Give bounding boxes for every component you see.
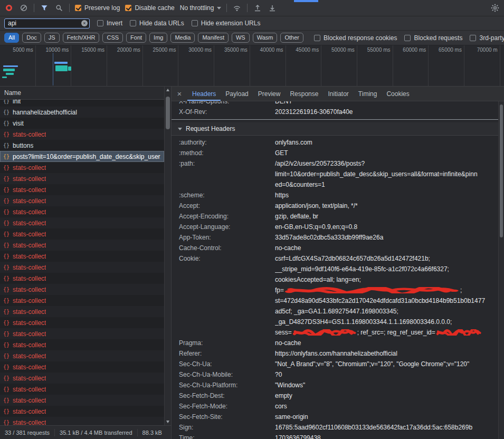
import-har-button[interactable] xyxy=(253,3,262,13)
type-filter-pill[interactable]: Font xyxy=(126,33,146,43)
request-row[interactable]: {} stats-collect xyxy=(0,406,164,417)
section-divider xyxy=(172,119,504,120)
type-filter-pill[interactable]: Doc xyxy=(22,33,41,43)
request-row[interactable]: {} stats-collect xyxy=(0,273,164,284)
request-row[interactable]: {} stats-collect xyxy=(0,206,164,217)
details-tab[interactable]: Response xyxy=(285,87,323,101)
timeline-tick-label: 70000 m xyxy=(464,45,500,86)
details-scrollbar[interactable] xyxy=(498,101,504,439)
type-filter-pill[interactable]: WS xyxy=(232,33,250,43)
scroll-up-button[interactable] xyxy=(165,87,171,93)
type-filter-pill[interactable]: Wasm xyxy=(253,33,278,43)
type-filter-pill[interactable]: CSS xyxy=(102,33,123,43)
details-tab[interactable]: Payload xyxy=(221,87,253,101)
type-filter-pill[interactable]: Media xyxy=(170,33,195,43)
header-row: Accept-Language: en-GB,en-US;q=0.9,en;q=… xyxy=(172,222,504,232)
request-name: stats-collect xyxy=(13,275,46,282)
details-tab[interactable]: Headers xyxy=(187,87,221,101)
search-button[interactable] xyxy=(54,3,64,13)
settings-button[interactable] xyxy=(490,3,500,13)
request-row[interactable]: {} init xyxy=(0,100,164,107)
request-row[interactable]: {} stats-collect xyxy=(0,240,164,251)
toolbar-divider xyxy=(226,4,227,12)
transferred-size: 35.1 kB / 4.4 MB transferred xyxy=(55,429,138,436)
header-name: X-Frame-Options: xyxy=(179,101,275,107)
name-column-header[interactable]: Name xyxy=(0,87,164,100)
request-row[interactable]: {} stats-collect xyxy=(0,217,164,228)
request-name: buttons xyxy=(13,142,33,149)
scroll-down-button[interactable] xyxy=(165,418,171,425)
header-row: Time: 1703636799438 xyxy=(172,433,504,439)
requests-list-scrollbar[interactable] xyxy=(164,87,171,425)
throttling-select[interactable]: No throttling xyxy=(180,4,222,12)
clear-filter-icon[interactable]: × xyxy=(81,20,88,26)
header-value: onlyfans.com xyxy=(275,137,496,148)
filter-toggle-button[interactable] xyxy=(40,3,49,13)
type-filter-pill[interactable]: Other xyxy=(280,33,303,43)
type-filter-pill[interactable]: Img xyxy=(149,33,167,43)
request-name: posts?limit=10&order=publish_date_desc&s… xyxy=(13,153,161,160)
third-party-requests-checkbox[interactable]: 3rd-party requests xyxy=(470,34,504,42)
type-filter-pill[interactable]: All xyxy=(4,33,19,43)
request-row[interactable]: {} stats-collect xyxy=(0,262,164,273)
close-details-button[interactable]: × xyxy=(172,87,187,101)
request-row[interactable]: {} stats-collect xyxy=(0,162,164,173)
export-har-button[interactable] xyxy=(268,3,277,13)
clear-network-log-button[interactable] xyxy=(19,3,28,13)
type-filter-pill[interactable]: Manifest xyxy=(198,33,229,43)
header-row: Accept-Encoding: gzip, deflate, br xyxy=(172,211,504,222)
request-name: stats-collect xyxy=(13,164,46,171)
request-row[interactable]: {} stats-collect xyxy=(0,361,164,373)
details-tab[interactable]: Cookies xyxy=(382,87,414,101)
details-tab[interactable]: Initiator xyxy=(323,87,353,101)
request-row[interactable]: {} buttons xyxy=(0,140,164,151)
request-row[interactable]: {} stats-collect xyxy=(0,339,164,350)
header-row: :path: /api2/v2/users/20572336/posts?lim… xyxy=(172,158,504,190)
scrollbar-thumb[interactable] xyxy=(166,97,170,129)
request-row[interactable]: {} stats-collect xyxy=(0,195,164,206)
blocked-response-cookies-checkbox[interactable]: Blocked response cookies xyxy=(314,34,397,42)
request-row[interactable]: {} stats-collect xyxy=(0,251,164,262)
request-row[interactable]: {} stats-collect xyxy=(0,328,164,339)
invert-checkbox[interactable]: Invert xyxy=(97,20,122,27)
scrollbar-thumb[interactable] xyxy=(500,104,503,237)
request-headers-section-toggle[interactable]: Request Headers xyxy=(172,122,504,136)
hide-extension-urls-checkbox[interactable]: Hide extension URLs xyxy=(192,20,261,27)
request-row[interactable]: {} stats-collect xyxy=(0,317,164,328)
preserve-log-checkbox[interactable]: Preserve log xyxy=(75,4,120,12)
hide-data-urls-checkbox[interactable]: Hide data URLs xyxy=(130,20,184,27)
request-row[interactable]: {} stats-collect xyxy=(0,306,164,317)
type-filter-pill[interactable]: JS xyxy=(44,33,60,43)
blocked-requests-label: Blocked requests xyxy=(414,34,462,42)
request-row[interactable]: {} stats-collect xyxy=(0,384,164,395)
request-row[interactable]: {} hannahelizabethofficial xyxy=(0,107,164,118)
request-row[interactable]: {} stats-collect xyxy=(0,284,164,295)
blocked-requests-checkbox[interactable]: Blocked requests xyxy=(404,34,462,42)
request-row[interactable]: {} stats-collect xyxy=(0,417,164,425)
request-row[interactable]: {} stats-collect xyxy=(0,228,164,240)
request-row[interactable]: {} visit xyxy=(0,118,164,129)
header-name: X-Of-Rev: xyxy=(179,107,275,117)
header-value: gzip, deflate, br xyxy=(275,211,496,222)
type-filter-pill[interactable]: Fetch/XHR xyxy=(63,33,100,43)
filter-input[interactable] xyxy=(4,18,90,28)
details-tab[interactable]: Preview xyxy=(253,87,286,101)
request-name: stats-collect xyxy=(13,386,46,393)
request-name: stats-collect xyxy=(13,408,46,415)
request-row[interactable]: {} stats-collect xyxy=(0,350,164,361)
request-row[interactable]: {} stats-collect xyxy=(0,184,164,195)
request-row[interactable]: {} stats-collect xyxy=(0,295,164,306)
request-name: visit xyxy=(13,120,24,127)
request-row[interactable]: {} stats-collect xyxy=(0,173,164,184)
header-value: empty xyxy=(275,390,496,401)
request-row[interactable]: {} stats-collect xyxy=(0,129,164,140)
record-button[interactable] xyxy=(4,3,14,13)
network-conditions-button[interactable] xyxy=(232,3,242,13)
request-row[interactable]: {} stats-collect xyxy=(0,395,164,406)
disable-cache-checkbox[interactable]: Disable cache xyxy=(125,4,174,12)
scrollbar-track[interactable] xyxy=(165,93,171,418)
details-tab[interactable]: Timing xyxy=(354,87,382,101)
request-row[interactable]: {} posts?limit=10&order=publish_date_des… xyxy=(0,151,164,162)
network-overview-timeline[interactable]: 5000 ms 10000 ms 15000 ms 20000 ms 25000… xyxy=(0,45,504,87)
request-row[interactable]: {} stats-collect xyxy=(0,373,164,384)
